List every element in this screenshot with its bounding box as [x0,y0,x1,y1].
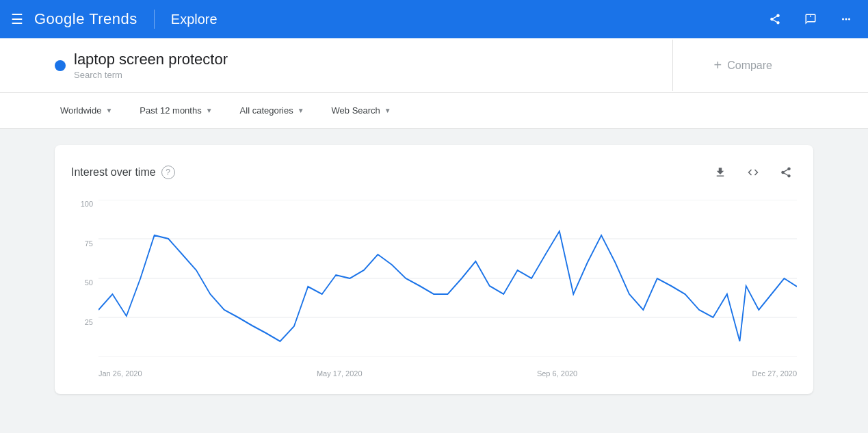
header: ☰ Google Trends Explore [0,0,868,38]
search-type-filter[interactable]: Web Search ▼ [326,101,397,120]
time-filter[interactable]: Past 12 months ▼ [134,101,218,120]
menu-icon[interactable]: ☰ [11,11,23,27]
chart-title-area: Interest over time ? [71,166,175,179]
search-term-text: laptop screen protector Search term [74,51,228,80]
search-section: laptop screen protector Search term + Co… [0,38,868,93]
search-term-box: laptop screen protector Search term [55,40,673,91]
main-content: Interest over time ? [0,129,868,410]
download-button[interactable] [709,161,731,183]
share-chart-button[interactable] [775,161,797,183]
notification-icon[interactable] [800,8,821,30]
apps-icon[interactable] [835,8,857,30]
embed-button[interactable] [742,161,764,183]
logo-text: Google Trends [34,10,137,28]
categories-label: All categories [240,105,293,116]
y-label-100: 100 [81,200,93,208]
header-icons [764,8,857,30]
svg-point-0 [810,15,811,16]
search-dot [55,60,66,71]
header-divider [154,10,155,29]
chart-x-labels: Jan 26, 2020 May 17, 2020 Sep 6, 2020 De… [98,358,797,378]
filters-bar: Worldwide ▼ Past 12 months ▼ All categor… [0,93,868,129]
chart-header: Interest over time ? [71,161,797,183]
compare-box[interactable]: + Compare [673,57,814,73]
chart-svg [98,200,797,357]
search-type-arrow-icon: ▼ [384,107,391,114]
y-label-25: 25 [85,318,93,326]
worldwide-filter[interactable]: Worldwide ▼ [55,101,118,120]
time-arrow-icon: ▼ [206,107,213,114]
x-label-may: May 17, 2020 [317,369,363,378]
worldwide-label: Worldwide [60,105,101,116]
x-label-jan: Jan 26, 2020 [98,369,142,378]
share-icon[interactable] [764,8,786,30]
chart-title: Interest over time [71,166,156,179]
x-label-sep: Sep 6, 2020 [537,369,577,378]
chart-area: 100 75 50 25 [71,200,797,378]
categories-filter[interactable]: All categories ▼ [235,101,310,120]
compare-plus-icon: + [714,57,722,73]
logo: Google Trends [34,10,137,28]
help-icon[interactable]: ? [161,166,175,179]
chart-plot [98,200,797,357]
chart-actions [709,161,797,183]
chart-card: Interest over time ? [55,145,813,394]
y-label-75: 75 [85,239,93,248]
y-label-50: 50 [85,278,93,287]
x-label-dec: Dec 27, 2020 [752,369,797,378]
chart-y-labels: 100 75 50 25 [71,200,98,357]
search-type-label: Web Search [332,105,380,116]
worldwide-arrow-icon: ▼ [105,107,112,114]
search-term-sub: Search term [74,70,228,80]
search-term-main: laptop screen protector [74,51,228,68]
compare-label: Compare [727,60,772,72]
explore-label: Explore [171,12,218,27]
help-text: ? [166,168,170,177]
time-label: Past 12 months [140,105,201,116]
categories-arrow-icon: ▼ [298,107,304,114]
